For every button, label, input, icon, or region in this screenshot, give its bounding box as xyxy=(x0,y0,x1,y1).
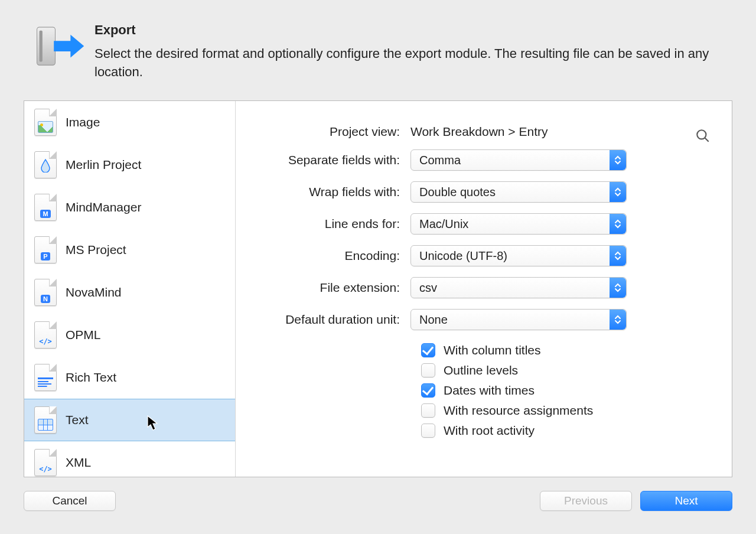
label-separate: Separate fields with: xyxy=(262,153,410,167)
format-text[interactable]: Text xyxy=(24,399,235,441)
stepper-icon xyxy=(610,150,626,170)
dialog-description: Select the desired format and optionally… xyxy=(94,45,721,82)
format-ms-project[interactable]: PMS Project xyxy=(24,229,235,271)
checkbox-1[interactable] xyxy=(421,363,435,377)
checkbox-2[interactable] xyxy=(421,383,435,398)
xml-icon: </> xyxy=(32,448,58,477)
select-file_ext[interactable]: csv xyxy=(410,277,627,298)
next-button[interactable]: Next xyxy=(640,491,732,511)
merlin-icon xyxy=(32,150,58,180)
stepper-icon xyxy=(610,278,626,298)
svg-rect-2 xyxy=(40,31,43,62)
format-novamind[interactable]: NNovaMind xyxy=(24,271,235,314)
format-label: XML xyxy=(66,455,91,470)
svg-point-4 xyxy=(697,130,706,139)
msproject-icon: P xyxy=(32,235,58,265)
dialog-footer: Cancel Previous Next xyxy=(24,488,732,514)
format-label: OPML xyxy=(66,328,101,342)
richtext-icon xyxy=(32,363,58,392)
checkbox-1-label: Outline levels xyxy=(444,363,518,377)
label-line_ends: Line ends for: xyxy=(262,217,410,231)
select-file_ext-value: csv xyxy=(419,281,437,295)
select-line_ends[interactable]: Mac/Unix xyxy=(410,213,627,235)
select-wrap-value: Double quotes xyxy=(419,185,496,199)
select-line_ends-value: Mac/Unix xyxy=(419,217,468,231)
select-separate-value: Comma xyxy=(419,154,461,167)
cancel-button[interactable]: Cancel xyxy=(24,491,116,511)
format-list: ImageMerlin ProjectMMindManagerPMS Proje… xyxy=(24,101,236,477)
label-project-view: Project view: xyxy=(262,125,410,139)
checkbox-4-label: With root activity xyxy=(444,424,535,438)
content-panel: ImageMerlin ProjectMMindManagerPMS Proje… xyxy=(24,100,732,477)
format-label: NovaMind xyxy=(66,285,122,299)
format-rich-text[interactable]: Rich Text xyxy=(24,356,235,399)
select-wrap[interactable]: Double quotes xyxy=(410,181,627,203)
format-label: Rich Text xyxy=(66,370,116,385)
previous-button[interactable]: Previous xyxy=(540,491,632,511)
label-encoding: Encoding: xyxy=(262,249,410,263)
svg-line-5 xyxy=(705,138,709,142)
value-project-view: Work Breakdown > Entry xyxy=(410,125,548,139)
opml-icon: </> xyxy=(32,320,58,350)
stepper-icon xyxy=(610,214,626,234)
format-merlin-project[interactable]: Merlin Project xyxy=(24,144,235,186)
format-label: Merlin Project xyxy=(66,158,141,172)
format-xml[interactable]: </>XML xyxy=(24,441,235,477)
format-label: MindManager xyxy=(66,200,141,214)
select-duration[interactable]: None xyxy=(410,309,627,330)
format-label: Text xyxy=(66,413,89,427)
format-mindmanager[interactable]: MMindManager xyxy=(24,186,235,229)
novamind-icon: N xyxy=(32,278,58,307)
dialog-header: Export Select the desired format and opt… xyxy=(0,0,756,87)
text-icon xyxy=(32,405,58,435)
search-icon[interactable] xyxy=(695,128,711,146)
checkbox-0[interactable] xyxy=(421,343,435,357)
select-encoding-value: Unicode (UTF-8) xyxy=(419,249,507,263)
select-duration-value: None xyxy=(419,313,448,327)
format-label: MS Project xyxy=(66,243,126,257)
label-duration: Default duration unit: xyxy=(262,312,410,327)
image-icon xyxy=(32,108,58,137)
format-label: Image xyxy=(66,115,100,129)
checkbox-4[interactable] xyxy=(421,424,435,438)
select-encoding[interactable]: Unicode (UTF-8) xyxy=(410,245,627,266)
svg-marker-3 xyxy=(54,35,84,58)
format-image[interactable]: Image xyxy=(24,101,235,144)
checkbox-3-label: With resource assignments xyxy=(444,403,593,418)
stepper-icon xyxy=(610,310,626,330)
checkbox-0-label: With column titles xyxy=(444,343,541,357)
select-separate[interactable]: Comma xyxy=(410,149,627,171)
export-icon xyxy=(30,20,89,73)
checkbox-2-label: Dates with times xyxy=(444,383,535,398)
checkbox-3[interactable] xyxy=(421,403,435,418)
stepper-icon xyxy=(610,182,626,202)
dialog-title: Export xyxy=(94,22,721,38)
format-opml[interactable]: </>OPML xyxy=(24,314,235,356)
config-panel: Project view: Work Breakdown > Entry Sep… xyxy=(236,101,732,477)
label-file_ext: File extension: xyxy=(262,281,410,295)
mindmanager-icon: M xyxy=(32,193,58,222)
stepper-icon xyxy=(610,246,626,266)
label-wrap: Wrap fields with: xyxy=(262,185,410,199)
